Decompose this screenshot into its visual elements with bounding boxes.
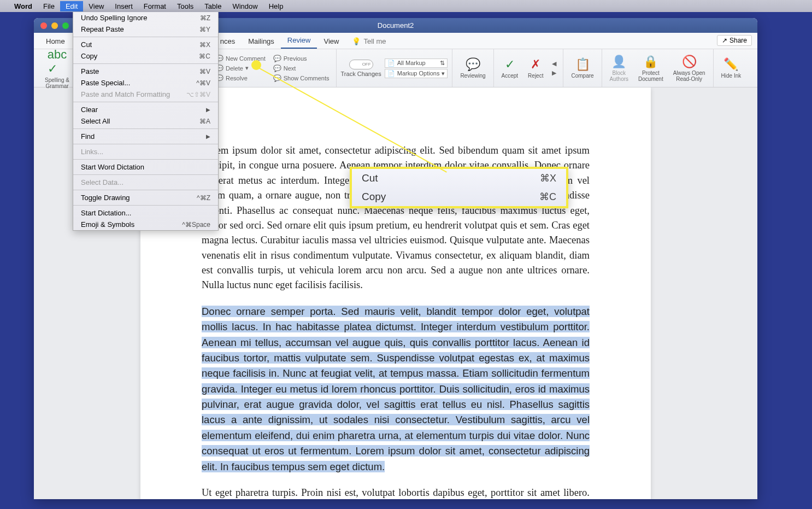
lock-icon: 🔒: [643, 55, 658, 69]
menu-emoji[interactable]: Emoji & Symbols^⌘Space: [73, 219, 218, 230]
share-button[interactable]: ↗Share: [717, 35, 752, 46]
readonly-icon: 🚫: [682, 55, 697, 69]
tab-mailings[interactable]: Mailings: [242, 34, 281, 49]
menu-select-data: Select Data...: [73, 177, 218, 188]
compare-icon: 📋: [575, 57, 590, 72]
menu-copy[interactable]: Copy⌘C: [73, 50, 218, 62]
prev-icon: 💬: [273, 55, 281, 62]
menu-links: Links...: [73, 146, 218, 157]
show-comments-button[interactable]: 💬Show Comments: [271, 74, 332, 83]
menu-select-all[interactable]: Select All⌘A: [73, 115, 218, 127]
callout-copy: Copy⌘C: [352, 188, 566, 206]
menu-tools[interactable]: Tools: [172, 1, 199, 11]
annotation-dot: [251, 60, 261, 70]
close-button[interactable]: [40, 22, 47, 29]
menu-undo[interactable]: Undo Spelling Ignore⌘Z: [73, 12, 218, 24]
paragraph-1[interactable]: Lorem ipsum dolor sit amet, consectetur …: [202, 143, 590, 293]
traffic-lights: [34, 22, 69, 29]
menu-cut[interactable]: Cut⌘X: [73, 39, 218, 50]
next-comment-button[interactable]: 💬Next: [271, 64, 332, 73]
menu-paste[interactable]: Paste⌘V: [73, 66, 218, 77]
reject-icon: ✗: [531, 57, 540, 72]
hide-ink-button[interactable]: ✏️Hide Ink: [718, 56, 745, 80]
next-icon: 💬: [273, 65, 281, 72]
doc-icon: 📄: [387, 70, 395, 77]
menu-file[interactable]: File: [38, 1, 60, 11]
resolve-button[interactable]: 💬Resolve: [213, 74, 268, 83]
app-name[interactable]: Word: [9, 1, 38, 11]
reject-button[interactable]: ✗Reject: [525, 56, 546, 80]
menu-paste-match: Paste and Match Formatting⌥⇧⌘V: [73, 89, 218, 100]
menu-repeat[interactable]: Repeat Paste⌘Y: [73, 24, 218, 35]
maximize-button[interactable]: [62, 22, 69, 29]
compare-button[interactable]: 📋Compare: [568, 56, 597, 80]
block-icon: 👤: [611, 55, 626, 69]
menu-view[interactable]: View: [83, 1, 109, 11]
menu-clear[interactable]: Clear▶: [73, 104, 218, 115]
reviewing-button[interactable]: 💬Reviewing: [457, 56, 489, 80]
toggle-switch[interactable]: OFF: [349, 60, 373, 69]
protect-document-button[interactable]: 🔒Protect Document: [635, 54, 667, 83]
tab-review[interactable]: Review: [281, 33, 317, 49]
always-open-readonly-button[interactable]: 🚫Always Open Read-Only: [670, 54, 709, 83]
menu-start-word-dictation[interactable]: Start Word Dictation: [73, 161, 218, 173]
prev-change-button[interactable]: ◀: [550, 60, 558, 68]
menu-format[interactable]: Format: [138, 1, 172, 11]
menu-toggle-drawing[interactable]: Toggle Drawing^⌘Z: [73, 192, 218, 203]
track-changes-toggle[interactable]: OFF Track Changes: [341, 60, 381, 77]
all-markup-select[interactable]: 📄All Markup⇅: [385, 58, 448, 68]
tell-me[interactable]: 💡Tell me: [345, 34, 392, 49]
selected-text[interactable]: Donec ornare semper porta. Sed mauris ve…: [202, 306, 590, 472]
paragraph-2[interactable]: Donec ornare semper porta. Sed mauris ve…: [202, 304, 590, 475]
accept-button[interactable]: ✓Accept: [498, 56, 522, 80]
share-icon: ↗: [722, 37, 727, 44]
markup-options-select[interactable]: 📄Markup Options▾: [385, 69, 448, 78]
menu-help[interactable]: Help: [263, 1, 289, 11]
menu-edit[interactable]: Edit: [60, 1, 83, 11]
bulb-icon: 💡: [352, 37, 361, 45]
menu-insert[interactable]: Insert: [109, 1, 138, 11]
mac-menubar: Word File Edit View Insert Format Tools …: [0, 0, 812, 12]
ink-icon: ✏️: [723, 57, 738, 72]
menu-paste-special[interactable]: Paste Special...^⌘V: [73, 77, 218, 89]
reviewing-icon: 💬: [466, 57, 480, 72]
previous-comment-button[interactable]: 💬Previous: [271, 54, 332, 63]
menu-table[interactable]: Table: [199, 1, 227, 11]
next-change-button[interactable]: ▶: [550, 69, 558, 77]
block-authors-button: 👤Block Authors: [607, 54, 632, 83]
paragraph-3[interactable]: Ut eget pharetra turpis. Proin nisi est,…: [202, 485, 590, 499]
minimize-button[interactable]: [51, 22, 58, 29]
tab-home[interactable]: Home: [39, 34, 72, 49]
tab-view[interactable]: View: [317, 34, 345, 49]
menu-find[interactable]: Find▶: [73, 131, 218, 142]
edit-dropdown: Undo Spelling Ignore⌘Z Repeat Paste⌘Y Cu…: [73, 12, 219, 231]
doc-icon: 📄: [387, 60, 395, 67]
accept-icon: ✓: [505, 57, 515, 72]
menu-start-dictation[interactable]: Start Dictation...: [73, 207, 218, 219]
spelling-grammar-button[interactable]: abc✓ Spelling & Grammar: [42, 46, 73, 90]
spelling-icon: abc✓: [48, 48, 67, 76]
callout-cut: Cut⌘X: [352, 169, 566, 188]
menu-window[interactable]: Window: [227, 1, 263, 11]
callout-box: Cut⌘X Copy⌘C: [350, 167, 568, 208]
window-title: Document2: [378, 21, 414, 30]
